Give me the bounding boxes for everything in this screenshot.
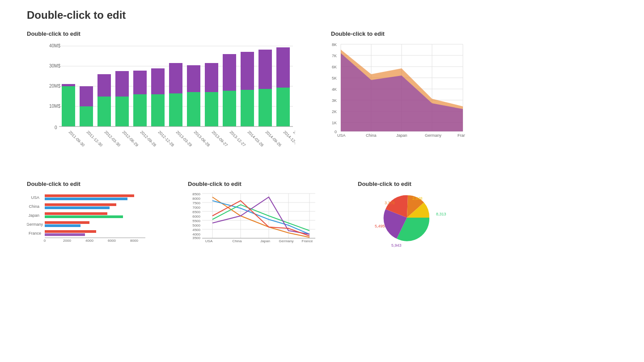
- y-label-10m: 10M$: [49, 104, 60, 109]
- hbar-china-2: [45, 206, 110, 209]
- bar-green-1: [62, 86, 75, 126]
- line-x-germany: Germany: [279, 239, 294, 243]
- pie-chart: 8,313 5,943 5,495 3,378 2,648: [358, 191, 456, 249]
- hbar-germany-2: [45, 224, 80, 227]
- x-label-2: 2011-12-30: [86, 130, 104, 147]
- bar-purple-5: [133, 71, 147, 94]
- x-label-9: 2013-09-27: [211, 130, 229, 147]
- line-y-8500: 8500: [192, 192, 200, 196]
- line-y-8000: 8000: [192, 197, 200, 201]
- x-label-11: 2014-03-28: [247, 130, 265, 147]
- hbar-france: France: [29, 231, 41, 236]
- top-charts-row: Double-click to edit 40M$ 30M$ 20M$ 10M$…: [27, 30, 617, 167]
- main-title: Double-click to edit: [27, 9, 617, 21]
- area-chart-title: Double-click to edit: [331, 30, 465, 37]
- hbar-x-8000: 8000: [130, 239, 138, 243]
- x-label-7: 2013-03-29: [175, 130, 193, 147]
- area-y-7k: 7K: [332, 54, 337, 58]
- bar-purple-1: [62, 84, 75, 86]
- x-label-5: 2012-09-28: [140, 130, 157, 147]
- y-label-20m: 20M$: [49, 84, 60, 88]
- bar-chart: 40M$ 30M$ 20M$ 10M$ 0: [27, 41, 295, 166]
- area-chart: 8K 7K 6K 5K 4K 3K 2K 1K 0: [331, 41, 465, 139]
- area-x-japan: Japan: [396, 133, 407, 138]
- bar-green-5: [133, 94, 147, 126]
- area-x-germany: Germany: [425, 133, 442, 138]
- hbar-x-2000: 2000: [63, 239, 71, 243]
- hbar-japan-1: [45, 212, 107, 215]
- bar-green-2: [80, 106, 93, 126]
- area-y-8k: 8K: [332, 42, 337, 47]
- hbar-chart-title: Double-click to edit: [27, 181, 152, 187]
- hbar-usa-1: [45, 194, 134, 197]
- bar-purple-4: [115, 71, 129, 97]
- bar-green-6: [151, 94, 165, 126]
- line-x-japan: Japan: [260, 239, 270, 243]
- bar-green-9: [205, 92, 218, 126]
- bar-purple-9: [205, 63, 218, 92]
- hbar-france-2: [45, 233, 85, 236]
- hbar-china: China: [29, 204, 39, 209]
- area-chart-container: Double-click to edit 8K 7K 6K 5K 4K 3K 2…: [331, 30, 465, 167]
- line-y-7500: 7500: [192, 201, 200, 205]
- bar-green-4: [115, 97, 129, 126]
- hbar-x-6000: 6000: [108, 239, 116, 243]
- x-label-8: 2013-06-28: [193, 130, 211, 147]
- hbar-chart-container: Double-click to edit USA China Japan Ger…: [27, 181, 152, 246]
- area-y-2k: 2K: [332, 109, 337, 114]
- bar-green-10: [223, 91, 236, 126]
- line-red: [212, 201, 309, 236]
- hbar-x-4000: 4000: [85, 239, 93, 243]
- hbar-x-0: 0: [44, 239, 46, 243]
- line-y-5000: 5000: [192, 223, 200, 227]
- area-y-3k: 3K: [332, 98, 337, 103]
- pie-label-5943: 5,943: [391, 243, 402, 248]
- pie-label-2648: 2,648: [412, 196, 423, 201]
- area-x-china: China: [366, 133, 377, 138]
- hbar-china-1: [45, 203, 116, 206]
- bar-purple-10: [223, 54, 236, 91]
- bar-green-7: [169, 93, 182, 126]
- pie-chart-container: Double-click to edit 8,313 5,943: [358, 181, 456, 250]
- hbar-germany-1: [45, 221, 89, 224]
- line-x-usa: USA: [205, 239, 213, 243]
- y-label-40m: 40M$: [49, 43, 60, 48]
- area-y-0: 0: [335, 130, 337, 134]
- line-y-4500: 4500: [192, 228, 200, 232]
- area-y-5k: 5K: [332, 76, 337, 80]
- area-x-usa: USA: [337, 133, 346, 138]
- line-y-3500: 3500: [192, 236, 200, 240]
- line-y-6000: 6000: [192, 215, 200, 219]
- y-label-0: 0: [55, 125, 57, 130]
- x-label-3: 2012-03-30: [104, 130, 122, 147]
- bar-purple-7: [169, 63, 182, 93]
- bar-purple-11: [241, 52, 254, 90]
- area-y-4k: 4K: [332, 87, 337, 92]
- pie-label-8313: 8,313: [436, 212, 446, 216]
- bar-chart-container: Double-click to edit 40M$ 30M$ 20M$ 10M$…: [27, 30, 295, 167]
- bar-purple-12: [258, 50, 272, 89]
- bar-purple-6: [151, 68, 165, 94]
- page: Double-click to edit Double-click to edi…: [0, 0, 644, 273]
- area-x-france: France: [458, 133, 465, 138]
- x-label-6: 2012-12-28: [157, 130, 175, 147]
- bar-purple-3: [97, 74, 111, 97]
- hbar-usa-2: [45, 198, 127, 200]
- line-y-7000: 7000: [192, 206, 200, 210]
- area-y-6k: 6K: [332, 65, 337, 69]
- hbar-japan: Japan: [28, 213, 39, 218]
- x-label-4: 2012-06-29: [122, 130, 140, 147]
- x-label-1: 2011-09-30: [68, 130, 86, 147]
- bar-chart-title: Double-click to edit: [27, 30, 295, 37]
- hbar-germany: Germany: [27, 222, 43, 227]
- line-chart: 8500 8000 7500 7000 6500 6000 5500 5000 …: [188, 191, 318, 244]
- bar-purple-8: [187, 65, 200, 92]
- x-label-10: 2013-12-27: [229, 130, 247, 147]
- hbar-france-1: [45, 230, 96, 233]
- line-x-china: China: [233, 239, 242, 243]
- bar-purple-13: [276, 47, 290, 88]
- bar-green-8: [187, 92, 200, 126]
- line-chart-container: Double-click to edit 8500 8000 7500 7000…: [188, 181, 322, 246]
- line-green: [212, 205, 309, 231]
- line-y-5500: 5500: [192, 219, 200, 223]
